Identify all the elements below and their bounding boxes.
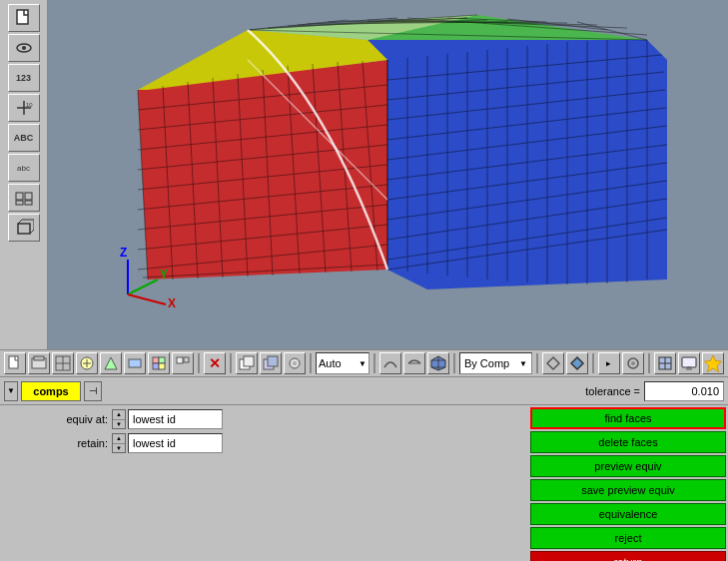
comps-label: comps xyxy=(21,381,81,401)
svg-marker-123 xyxy=(704,355,721,372)
tb-icon-delete[interactable]: ✕ xyxy=(204,352,226,374)
bottom-toolbar-2: ▼ comps ⊣ tolerance = xyxy=(0,377,728,405)
retain-arrows[interactable]: ▲ ▼ xyxy=(112,433,126,453)
delete-faces-button[interactable]: delete faces xyxy=(530,431,726,453)
svg-rect-100 xyxy=(177,357,183,363)
svg-rect-96 xyxy=(153,357,159,363)
icon-abc1[interactable]: ABC xyxy=(8,124,40,152)
icon-eye[interactable] xyxy=(8,34,40,62)
svg-rect-105 xyxy=(268,356,278,366)
svg-rect-103 xyxy=(244,356,254,366)
tb-icon-copy1[interactable] xyxy=(236,352,258,374)
tb-icon-shade1[interactable] xyxy=(654,352,676,374)
preview-equiv-button[interactable]: preview equiv xyxy=(530,455,726,477)
save-preview-equiv-button[interactable]: save preview equiv xyxy=(530,479,726,501)
tb-icon-curve1[interactable] xyxy=(379,352,401,374)
icon-mesh[interactable] xyxy=(8,184,40,212)
left-toolbar: 123 10 ABC abc xyxy=(0,0,48,349)
svg-rect-6 xyxy=(16,193,23,200)
auto-dropdown-label: Auto xyxy=(319,357,359,369)
tb-icon-7[interactable] xyxy=(148,352,170,374)
tb-icon-6[interactable] xyxy=(124,352,146,374)
icon-numbers[interactable]: 123 xyxy=(8,64,40,92)
equiv-at-control: ▲ ▼ lowest id xyxy=(112,409,223,429)
svg-text:Y: Y xyxy=(160,268,168,281)
tb-icon-8[interactable] xyxy=(172,352,194,374)
separator-2 xyxy=(230,353,232,373)
svg-point-2 xyxy=(22,46,26,50)
return-button[interactable]: return xyxy=(530,551,726,561)
svg-marker-114 xyxy=(571,357,583,369)
right-panel: find faces delete faces preview equiv sa… xyxy=(528,405,728,561)
by-comp-dropdown[interactable]: By Comp ▼ xyxy=(459,352,532,374)
center-controls: equiv at: ▲ ▼ lowest id retain: ▲ ▼ lowe… xyxy=(48,409,367,456)
svg-rect-120 xyxy=(682,357,696,367)
tb-icon-dot2[interactable] xyxy=(622,352,644,374)
svg-rect-85 xyxy=(9,356,18,368)
svg-marker-94 xyxy=(105,357,117,369)
tolerance-section: tolerance = xyxy=(585,381,724,401)
svg-marker-113 xyxy=(547,357,559,369)
svg-rect-97 xyxy=(159,357,165,363)
separator-1 xyxy=(198,353,200,373)
tb-icon-3dbox[interactable] xyxy=(427,352,449,374)
tb-icon-diamond-outline[interactable] xyxy=(542,352,564,374)
svg-point-116 xyxy=(631,361,635,365)
svg-rect-8 xyxy=(16,201,23,205)
svg-rect-10 xyxy=(18,224,30,234)
auto-dropdown[interactable]: Auto ▼ xyxy=(316,352,369,374)
tb-icon-1[interactable] xyxy=(4,352,26,374)
equiv-at-label: equiv at: xyxy=(48,413,108,425)
svg-rect-98 xyxy=(153,363,159,369)
separator-4 xyxy=(373,353,375,373)
svg-text:10: 10 xyxy=(26,102,33,108)
tb-icon-diamond-filled[interactable] xyxy=(566,352,588,374)
tb-icon-5[interactable] xyxy=(100,352,122,374)
tb-icon-copy2[interactable] xyxy=(260,352,282,374)
end-button[interactable]: ⊣ xyxy=(84,381,102,401)
retain-value: lowest id xyxy=(128,433,223,453)
equiv-at-value: lowest id xyxy=(128,409,223,429)
svg-point-107 xyxy=(293,361,297,365)
icon-box[interactable] xyxy=(8,214,40,242)
separator-6 xyxy=(536,353,538,373)
svg-rect-87 xyxy=(34,356,44,360)
svg-rect-101 xyxy=(184,357,189,362)
tb-icon-4[interactable] xyxy=(76,352,98,374)
icon-abc2[interactable]: abc xyxy=(8,154,40,182)
tb-icon-2[interactable] xyxy=(28,352,50,374)
separator-7 xyxy=(592,353,594,373)
separator-5 xyxy=(453,353,455,373)
by-comp-label: By Comp xyxy=(464,357,519,369)
equiv-at-arrows[interactable]: ▲ ▼ xyxy=(112,409,126,429)
reject-button[interactable]: reject xyxy=(530,527,726,549)
tb-icon-3[interactable] xyxy=(52,352,74,374)
icon-scale[interactable]: 10 xyxy=(8,94,40,122)
equivalence-button[interactable]: equivalence xyxy=(530,503,726,525)
tb-icon-monitor[interactable] xyxy=(678,352,700,374)
svg-rect-7 xyxy=(25,193,32,200)
svg-text:X: X xyxy=(168,296,176,310)
retain-row: retain: ▲ ▼ lowest id xyxy=(48,433,367,453)
by-comp-arrow: ▼ xyxy=(519,359,527,368)
icon-file[interactable] xyxy=(8,4,40,32)
separator-3 xyxy=(310,353,312,373)
tolerance-input[interactable] xyxy=(644,381,724,401)
svg-rect-99 xyxy=(159,363,165,369)
viewport-3d[interactable]: Z Y X xyxy=(48,0,728,349)
auto-dropdown-arrow: ▼ xyxy=(359,359,366,368)
tb-icon-gear[interactable] xyxy=(284,352,306,374)
equiv-at-row: equiv at: ▲ ▼ lowest id xyxy=(48,409,367,429)
retain-label: retain: xyxy=(48,437,108,449)
tb-icon-dot1[interactable]: ▸ xyxy=(598,352,620,374)
separator-8 xyxy=(648,353,650,373)
find-faces-button[interactable]: find faces xyxy=(530,407,726,429)
bottom-toolbar-1: ✕ Auto ▼ By Comp ▼ xyxy=(0,349,728,377)
svg-rect-0 xyxy=(17,10,28,24)
svg-rect-9 xyxy=(25,201,32,205)
tb-icon-star[interactable] xyxy=(702,352,724,374)
tb-icon-curve2[interactable] xyxy=(403,352,425,374)
comps-dropdown-arrow[interactable]: ▼ xyxy=(4,381,18,401)
retain-control: ▲ ▼ lowest id xyxy=(112,433,223,453)
tolerance-label: tolerance = xyxy=(585,385,640,397)
